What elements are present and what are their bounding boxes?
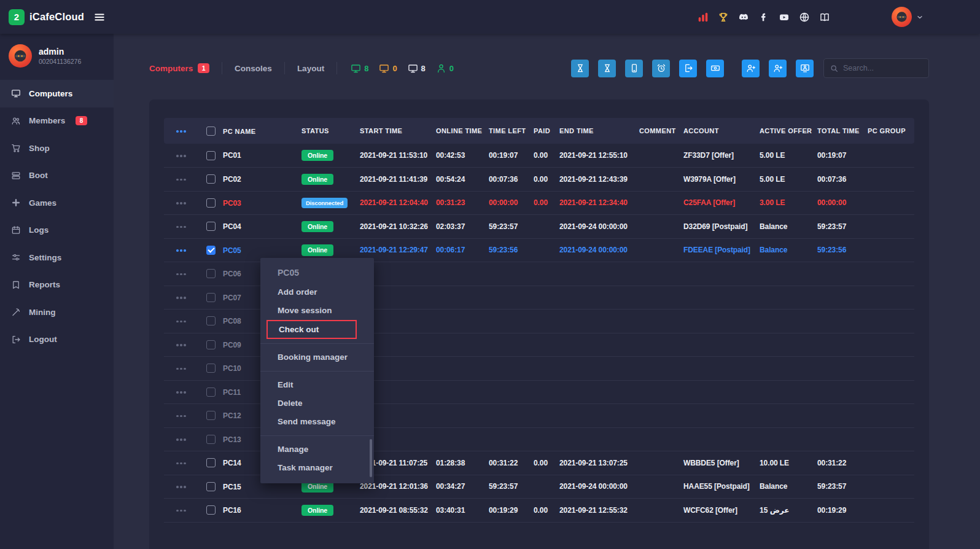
context-menu-item-send-message[interactable]: Send message <box>260 413 374 431</box>
sidebar-item-members[interactable]: Members8 <box>0 107 114 135</box>
row-actions-icon[interactable] <box>176 226 186 228</box>
context-menu-item-check-out[interactable]: Check out <box>266 320 357 339</box>
row-actions-icon[interactable] <box>176 438 186 441</box>
user-avatar[interactable] <box>892 7 912 27</box>
context-menu-item-task-manager[interactable]: Task manager <box>260 459 374 477</box>
row-actions-icon[interactable] <box>176 297 186 299</box>
book-icon[interactable] <box>819 12 830 23</box>
facebook-icon[interactable] <box>758 12 769 23</box>
row-checkbox[interactable] <box>206 151 216 160</box>
row-actions-icon[interactable] <box>176 273 186 276</box>
add-guest-button[interactable] <box>769 60 787 77</box>
row-checkbox[interactable] <box>206 458 216 467</box>
cell-online <box>434 286 486 310</box>
assign-pc-button[interactable] <box>796 60 814 77</box>
row-checkbox[interactable] <box>206 293 216 302</box>
monitor-icon <box>351 63 361 74</box>
cell-group <box>865 144 914 168</box>
timer-sessions-button[interactable] <box>571 60 589 77</box>
row-actions-icon[interactable] <box>176 462 186 465</box>
row-actions-icon[interactable] <box>176 486 186 488</box>
chevron-down-icon[interactable] <box>916 14 924 21</box>
sidebar-item-boot[interactable]: Boot <box>0 162 114 190</box>
row-checkbox[interactable] <box>206 340 216 349</box>
row-checkbox[interactable] <box>206 387 216 397</box>
cell-group <box>865 451 914 475</box>
app-logo[interactable]: 2 iCafeCloud <box>9 9 84 25</box>
table-row[interactable]: PC01Online2021-09-21 11:53:1000:42:5300:… <box>164 144 914 168</box>
sidebar-item-mining[interactable]: Mining <box>0 298 114 326</box>
row-actions-icon[interactable] <box>176 510 186 512</box>
sidebar-item-logs[interactable]: Logs <box>0 217 114 244</box>
row-checkbox[interactable] <box>206 435 216 444</box>
context-menu-item-move-session[interactable]: Move session <box>260 302 374 320</box>
youtube-icon[interactable] <box>779 12 790 23</box>
search-input[interactable] <box>843 64 922 72</box>
sidebar-item-settings[interactable]: Settings <box>0 244 114 271</box>
row-checkbox[interactable] <box>206 482 216 491</box>
select-all-checkbox[interactable] <box>206 127 216 136</box>
sidebar-item-computers[interactable]: Computers <box>0 80 114 107</box>
table-row[interactable]: PC16Online2021-09-21 08:55:3203:40:3100:… <box>164 499 914 523</box>
row-actions-icon[interactable] <box>176 202 186 204</box>
row-actions-icon[interactable] <box>176 249 186 252</box>
cell-start: 2021-09-21 11:41:39 <box>357 168 434 192</box>
globe-icon[interactable] <box>799 12 810 23</box>
trophy-icon[interactable] <box>718 12 729 23</box>
table-row[interactable]: PC03Disconnected2021-09-21 12:04:4000:31… <box>164 191 914 215</box>
sidebar-item-games[interactable]: Games <box>0 189 114 217</box>
hourglass-icon <box>575 63 585 73</box>
sidebar-item-shop[interactable]: Shop <box>0 134 114 162</box>
context-menu-item-manage[interactable]: Manage <box>260 440 374 459</box>
row-actions-icon[interactable] <box>176 321 186 323</box>
stats-icon[interactable] <box>698 12 709 23</box>
cell-paid <box>531 475 557 499</box>
row-checkbox[interactable] <box>206 174 216 184</box>
menu-toggle-button[interactable] <box>94 12 105 23</box>
row-checkbox[interactable] <box>206 411 216 420</box>
profile-avatar[interactable] <box>9 44 32 68</box>
row-actions-icon[interactable] <box>176 344 186 346</box>
row-actions-icon[interactable] <box>176 155 186 157</box>
cash-payment-button[interactable] <box>706 60 724 77</box>
cell-group <box>865 333 914 357</box>
header-actions-icon[interactable] <box>176 130 186 133</box>
timer-codes-button[interactable] <box>598 60 616 77</box>
row-actions-icon[interactable] <box>176 179 186 181</box>
check-out-all-button[interactable] <box>679 60 697 77</box>
main-content: Computers1ConsolesLayout 8080 PC NAMESTA… <box>114 34 980 549</box>
row-checkbox[interactable] <box>206 222 216 231</box>
row-checkbox[interactable] <box>206 505 216 515</box>
row-checkbox[interactable] <box>206 316 216 325</box>
cell-total: 00:31:22 <box>815 451 865 475</box>
row-actions-icon[interactable] <box>176 391 186 394</box>
row-actions-icon[interactable] <box>176 415 186 418</box>
add-member-button[interactable] <box>742 60 760 77</box>
alarm-button[interactable] <box>652 60 670 77</box>
row-checkbox[interactable] <box>206 269 216 278</box>
sidebar-item-reports[interactable]: Reports <box>0 271 114 299</box>
table-row[interactable]: PC04Online2021-09-21 10:32:2602:03:3759:… <box>164 215 914 239</box>
cell-end <box>557 333 637 357</box>
row-checkbox[interactable] <box>206 198 216 208</box>
context-menu-item-edit[interactable]: Edit <box>260 376 374 394</box>
row-actions-icon[interactable] <box>176 368 186 370</box>
tab-consoles[interactable]: Consoles <box>222 62 285 74</box>
context-menu-item-delete[interactable]: Delete <box>260 394 374 413</box>
tab-computers[interactable]: Computers1 <box>149 62 222 74</box>
cell-total: 59:23:57 <box>815 215 865 239</box>
table-row[interactable]: PC02Online2021-09-21 11:41:3900:54:2400:… <box>164 168 914 192</box>
context-menu-item-booking-manager[interactable]: Booking manager <box>260 348 374 367</box>
row-checkbox[interactable] <box>206 364 216 373</box>
cell-status: Online <box>299 144 357 168</box>
mobile-app-button[interactable] <box>625 60 643 77</box>
cell-group <box>865 215 914 239</box>
cell-account <box>681 310 757 333</box>
sidebar-item-logout[interactable]: Logout <box>0 326 114 354</box>
row-checkbox[interactable] <box>206 246 216 255</box>
context-menu-item-add-order[interactable]: Add order <box>260 283 374 302</box>
sidebar-item-label: Settings <box>29 253 61 262</box>
discord-icon[interactable] <box>738 12 749 23</box>
context-menu-scrollbar[interactable] <box>370 439 372 477</box>
tab-layout[interactable]: Layout <box>285 62 337 74</box>
